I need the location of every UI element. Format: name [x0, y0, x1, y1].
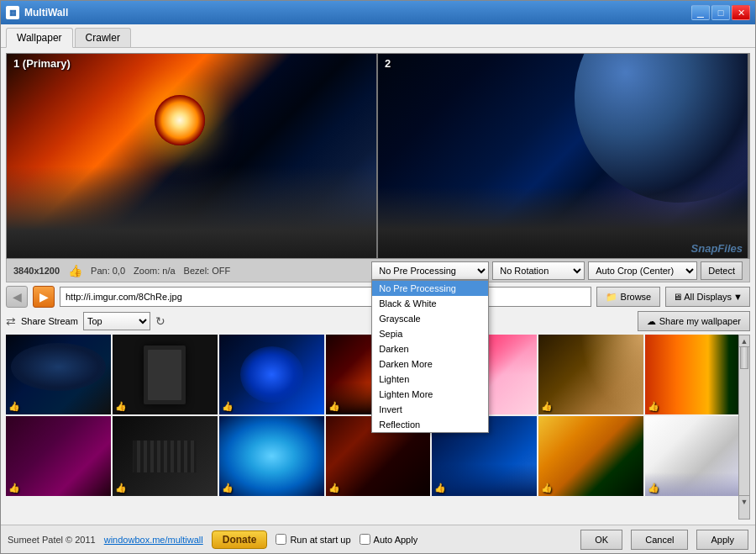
run-at-startup-label: Run at start up — [276, 534, 350, 545]
resolution-text: 3840x1200 — [13, 266, 60, 276]
processing-option-sepia[interactable]: Sepia — [372, 326, 488, 341]
status-bar: 3840x1200 👍 Pan: 0,0 Zoom: n/a Bezel: OF… — [6, 259, 750, 282]
monitor-2-label: 2 — [385, 57, 391, 70]
scroll-down-arrow[interactable]: ▼ — [739, 495, 749, 507]
chevron-down-icon: ▼ — [733, 292, 743, 302]
thumbnail-1[interactable]: 👍 — [6, 335, 111, 414]
copyright-text: Sumeet Patel © 2011 — [8, 535, 96, 545]
thumb-7-like[interactable]: 👍 — [648, 401, 659, 412]
thumbnail-14[interactable]: 👍 — [645, 416, 750, 496]
window-controls: _ □ ✕ — [691, 5, 750, 20]
logo-watermark: SnapFiles — [691, 242, 743, 255]
thumbnail-2[interactable]: 👍 — [113, 335, 218, 414]
cloud-upload-icon: ☁ — [647, 316, 656, 327]
thumb-11-like[interactable]: 👍 — [328, 483, 340, 493]
thumb-13-bg — [538, 416, 643, 496]
thumb-7-bg — [645, 335, 750, 414]
thumbnail-6[interactable]: 👍 — [538, 335, 643, 414]
processing-option-lighten-more[interactable]: Lighten More — [372, 387, 488, 402]
thumb-14-like[interactable]: 👍 — [648, 483, 659, 493]
thumbnail-9[interactable]: 👍 — [113, 416, 218, 496]
apply-button[interactable]: Apply — [696, 530, 748, 550]
monitor-2-preview[interactable]: 2 — [378, 54, 749, 258]
scrollbar-track[interactable]: ▼ ▲ — [738, 335, 750, 520]
maximize-button[interactable]: □ — [711, 5, 730, 20]
processing-dropdown[interactable]: No Pre Processing Black & White Grayscal… — [371, 261, 489, 280]
bezel-info: Bezel: OFF — [184, 266, 231, 276]
thumb-13-like[interactable]: 👍 — [541, 483, 553, 493]
processing-option-invert[interactable]: Invert — [372, 402, 488, 417]
monitor-1-wallpaper: 1 (Primary) — [7, 54, 376, 258]
crop-dropdown[interactable]: Auto Crop (Center) — [588, 261, 697, 280]
thumb-6-bg — [538, 335, 643, 414]
refresh-icon[interactable]: ↻ — [155, 314, 165, 328]
detect-button[interactable]: Detect — [701, 261, 743, 280]
thumb-12-like[interactable]: 👍 — [434, 483, 446, 493]
all-displays-button[interactable]: 🖥 All Displays ▼ — [665, 287, 750, 307]
thumb-2-like[interactable]: 👍 — [115, 401, 127, 412]
share-stream-label: Share Stream — [21, 316, 78, 326]
thumb-8-like[interactable]: 👍 — [8, 483, 20, 493]
window-title: MultiWall — [24, 7, 691, 18]
processing-option-reflection[interactable]: Reflection — [372, 417, 488, 432]
monitor-2-wallpaper: 2 — [378, 54, 748, 258]
auto-apply-label: Auto Apply — [360, 534, 418, 545]
thumb-4-like[interactable]: 👍 — [328, 401, 340, 412]
thumb-3-bg — [219, 335, 324, 414]
thumb-6-like[interactable]: 👍 — [541, 401, 553, 412]
donate-button[interactable]: Donate — [212, 530, 268, 549]
thumbnail-7[interactable]: 👍 — [645, 335, 750, 414]
rotation-dropdown[interactable]: No Rotation — [492, 261, 585, 280]
thumb-8-bg — [6, 416, 111, 496]
main-window: ▦ MultiWall _ □ ✕ Wallpaper Crawler 1 (P… — [0, 0, 756, 554]
website-link[interactable]: windowbox.me/multiwall — [104, 535, 203, 545]
processing-option-darken[interactable]: Darken — [372, 341, 488, 356]
thumbnail-3[interactable]: 👍 — [219, 335, 324, 414]
tab-wallpaper[interactable]: Wallpaper — [6, 28, 73, 48]
thumb-10-like[interactable]: 👍 — [222, 483, 234, 493]
forward-button[interactable]: ▶ — [33, 286, 55, 308]
ok-button[interactable]: OK — [580, 530, 622, 550]
thumb-10-bg — [219, 416, 324, 496]
bottom-bar: Sumeet Patel © 2011 windowbox.me/multiwa… — [1, 525, 755, 553]
close-button[interactable]: ✕ — [732, 5, 750, 20]
thumb-14-bg — [645, 416, 750, 496]
monitor-1-preview[interactable]: 1 (Primary) — [7, 54, 378, 258]
auto-apply-checkbox[interactable] — [360, 534, 370, 545]
tab-crawler[interactable]: Crawler — [75, 28, 131, 47]
browse-button[interactable]: 📁 Browse — [596, 287, 661, 307]
processing-option-darken-more[interactable]: Darken More — [372, 356, 488, 372]
processing-option-bw[interactable]: Black & White — [372, 296, 488, 311]
back-button[interactable]: ◀ — [6, 286, 28, 308]
processing-option-grayscale[interactable]: Grayscale — [372, 311, 488, 326]
status-controls: No Pre Processing Black & White Grayscal… — [371, 261, 743, 280]
tab-bar: Wallpaper Crawler — [1, 24, 755, 48]
monitor-icon: 🖥 — [673, 292, 682, 302]
processing-wrapper: No Pre Processing Black & White Grayscal… — [371, 261, 489, 280]
thumb-9-like[interactable]: 👍 — [115, 483, 127, 493]
url-input[interactable]: http://i.imgur.com/8ChRe.jpg — [60, 287, 591, 307]
shuffle-icon[interactable]: ⇄ — [6, 314, 16, 328]
thumbs-up-icon[interactable]: 👍 — [68, 264, 82, 277]
preview-area: 1 (Primary) 2 SnapFiles — [6, 53, 750, 259]
minimize-button[interactable]: _ — [691, 5, 710, 20]
processing-option-no-pre[interactable]: No Pre Processing — [372, 281, 488, 296]
share-stream-select[interactable]: Top New Hot — [83, 312, 150, 330]
thumbnail-10[interactable]: 👍 — [219, 416, 324, 496]
thumb-2-bg — [113, 335, 218, 414]
main-content: 1 (Primary) 2 SnapFiles 3840x1200 👍 Pan:… — [1, 48, 755, 525]
thumb-1-bg — [6, 335, 111, 414]
thumbnail-8[interactable]: 👍 — [6, 416, 111, 496]
scroll-up-arrow[interactable]: ▲ — [739, 335, 749, 347]
processing-option-lighten[interactable]: Lighten — [372, 372, 488, 387]
app-icon: ▦ — [6, 6, 19, 19]
cancel-button[interactable]: Cancel — [631, 530, 688, 550]
thumb-1-like[interactable]: 👍 — [8, 401, 20, 412]
thumbnail-13[interactable]: 👍 — [538, 416, 643, 496]
share-my-wallpaper-button[interactable]: ☁ Share my wallpaper — [638, 311, 750, 331]
monitor-1-label: 1 (Primary) — [13, 57, 71, 70]
zoom-info: Zoom: n/a — [134, 266, 176, 276]
folder-icon: 📁 — [606, 292, 617, 303]
run-at-startup-checkbox[interactable] — [276, 534, 286, 545]
thumb-3-like[interactable]: 👍 — [222, 401, 234, 412]
